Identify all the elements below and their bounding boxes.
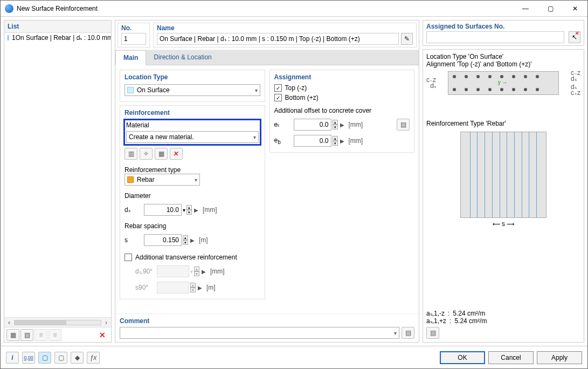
list-item-icon [8, 35, 9, 40]
top-checkbox[interactable]: ✓ [274, 84, 282, 92]
rebar-title: Reinforcement Type 'Rebar' [426, 120, 580, 127]
list-header: List [4, 20, 111, 33]
app-icon [5, 4, 13, 13]
spacing-spinner[interactable]: ▴▾ [183, 235, 188, 245]
result-info-button[interactable]: ▤ [426, 327, 439, 339]
transverse-checkbox[interactable] [124, 254, 132, 261]
list-item[interactable]: 1 On Surface | Rebar | dₛ : 10.0 mm [4, 33, 111, 43]
horizontal-scrollbar[interactable]: ‹› [4, 317, 111, 327]
t-spacing-unit: [m] [206, 284, 216, 291]
view-button-2[interactable]: ▢ [54, 352, 67, 364]
eb-input[interactable]: 0.0 [294, 135, 331, 147]
reinforcement-title: Reinforcement [124, 109, 260, 117]
view-button-3[interactable]: ◆ [71, 352, 84, 364]
location-type-value: On Surface [137, 86, 170, 94]
copy-item-button[interactable]: ▧ [20, 329, 33, 341]
s-label: ⟵ s ⟶ [426, 220, 580, 228]
delete-button[interactable]: ✕ [96, 329, 109, 341]
reinf-type-label: Reinforcement type [124, 166, 260, 174]
t-spacing-input [157, 282, 189, 293]
cancel-button[interactable]: Cancel [488, 351, 534, 364]
offset-info-button[interactable]: ▤ [397, 119, 410, 131]
name-input[interactable]: On Surface | Rebar | dₛ : 10.0 mm | s : … [157, 33, 399, 45]
units-button[interactable]: 0,00 [22, 352, 35, 364]
chevron-down-icon: ▾ [255, 87, 258, 93]
chevron-down-icon: ▾ [195, 177, 197, 183]
transverse-label: Additional transverse reinforcement [135, 254, 237, 261]
pick-surface-button[interactable]: ↖✕ [569, 31, 580, 43]
titlebar: New Surface Reinforcement — ▢ ✕ [1, 1, 587, 17]
diameter-unit: [mm] [203, 206, 217, 214]
help-button[interactable]: i [6, 352, 19, 364]
et-spinner[interactable]: ▴▾ [333, 120, 338, 129]
material-label: Material [126, 121, 259, 129]
bottom-checkbox[interactable]: ✓ [274, 94, 282, 101]
t-diameter-input [157, 265, 189, 277]
diameter-input[interactable]: 10.0 [144, 204, 182, 216]
tool-button-3[interactable]: ≡ [34, 329, 47, 341]
diameter-spinner[interactable]: ▴▾ [186, 205, 192, 215]
diag-label: dₛ [571, 76, 580, 82]
bottom-label: Bottom (+z) [285, 94, 319, 101]
reinf-type-dropdown[interactable]: Rebar ▾ [124, 174, 200, 186]
maximize-button[interactable]: ▢ [538, 1, 563, 17]
top-label: Top (-z) [285, 84, 307, 92]
new-item-button[interactable]: ▦ [6, 329, 19, 341]
spacing-label: Rebar spacing [124, 222, 260, 230]
spacing-unit: [m] [199, 236, 208, 244]
comment-button[interactable]: ▤ [402, 327, 414, 339]
eb-spinner[interactable]: ▴▾ [333, 136, 338, 146]
tab-direction[interactable]: Direction & Location [146, 50, 219, 65]
play-icon[interactable]: ▶ [190, 237, 196, 243]
list[interactable]: 1 On Surface | Rebar | dₛ : 10.0 mm [4, 33, 111, 317]
eb-symbol: eb [274, 136, 294, 145]
comment-dropdown[interactable]: ▾ [120, 327, 399, 339]
no-input[interactable]: 1 [121, 33, 146, 45]
rebar-diagram [460, 132, 547, 218]
tab-main[interactable]: Main [115, 50, 146, 65]
no-label: No. [121, 24, 146, 32]
assigned-label: Assigned to Surfaces No. [426, 23, 580, 30]
chevron-down-icon: ▾ [253, 134, 256, 140]
et-input[interactable]: 0.0 [294, 119, 331, 131]
result-2-sym: aₛ,1,+z [426, 317, 446, 325]
ok-button[interactable]: OK [440, 351, 485, 364]
script-button[interactable]: ƒx [87, 352, 100, 364]
assigned-input[interactable] [426, 31, 564, 43]
assignment-title: Assignment [274, 73, 410, 81]
chevron-down-icon: ▾ [394, 330, 397, 336]
diameter-symbol: dₛ [124, 206, 144, 214]
minimize-button[interactable]: — [513, 1, 538, 17]
list-item-label: On Surface | Rebar | dₛ : 10.0 mm [16, 34, 111, 42]
t-spacing-symbol: s90° [135, 284, 157, 291]
et-symbol: eₜ [274, 121, 294, 128]
edit-name-button[interactable]: ✎ [401, 33, 413, 45]
tool-button-4[interactable]: ≡ [49, 329, 61, 341]
offset-title: Additional offset to concrete cover [274, 107, 410, 114]
material-edit-button[interactable]: ▦ [155, 148, 168, 160]
location-type-dropdown[interactable]: On Surface ▾ [124, 84, 260, 96]
view-button-1[interactable]: ▢ [38, 352, 51, 364]
material-delete-button[interactable]: ✕ [170, 148, 183, 160]
material-new-button[interactable]: ✧ [140, 148, 153, 160]
close-button[interactable]: ✕ [563, 1, 587, 17]
play-icon[interactable]: ▶ [194, 207, 199, 213]
spacing-input[interactable]: 0.150 [144, 234, 182, 246]
t-diameter-symbol: dₛ,90° [135, 268, 157, 275]
reinf-type-value: Rebar [137, 176, 155, 183]
list-item-num: 1 [12, 34, 16, 42]
material-library-button[interactable]: ▥ [124, 148, 137, 160]
t-diameter-unit: [mm] [210, 268, 225, 275]
et-unit: [mm] [349, 121, 363, 128]
diag-label: c₊z [571, 90, 580, 96]
play-icon[interactable]: ▶ [340, 138, 345, 144]
spacing-symbol: s [124, 236, 144, 244]
diag-label: dₛ [426, 83, 436, 89]
loc-info-1: Location Type 'On Surface' [426, 53, 580, 60]
material-dropdown[interactable]: Create a new material. ▾ [126, 131, 259, 143]
play-icon[interactable]: ▶ [340, 122, 345, 128]
diameter-label: Diameter [124, 192, 260, 200]
material-value: Create a new material. [129, 133, 194, 141]
apply-button[interactable]: Apply [537, 351, 582, 364]
location-type-title: Location Type [124, 73, 260, 81]
